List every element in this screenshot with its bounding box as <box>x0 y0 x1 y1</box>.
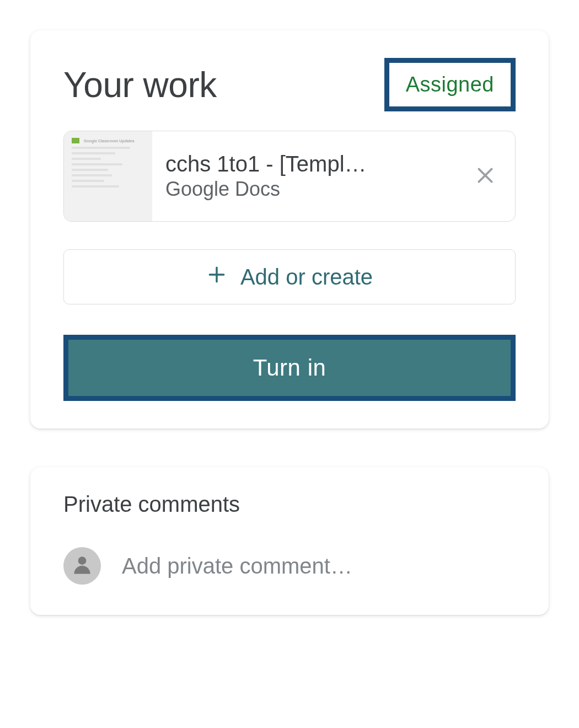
attachment-item[interactable]: Google Classroom Updates cchs 1to1 - [Te… <box>63 131 516 222</box>
attachment-thumbnail: Google Classroom Updates <box>64 131 152 221</box>
person-icon <box>70 553 94 579</box>
your-work-title: Your work <box>63 65 217 105</box>
attachment-body: cchs 1to1 - [Templ… Google Docs <box>152 152 455 201</box>
status-badge: Assigned <box>384 58 516 111</box>
add-or-create-button[interactable]: Add or create <box>63 249 516 304</box>
turn-in-button[interactable]: Turn in <box>63 335 516 401</box>
private-comment-input[interactable] <box>121 553 516 579</box>
your-work-header: Your work Assigned <box>63 58 516 111</box>
svg-point-4 <box>78 556 87 565</box>
attachment-subtitle: Google Docs <box>165 178 442 201</box>
plus-icon <box>206 264 227 290</box>
avatar <box>63 547 101 585</box>
private-comments-card: Private comments <box>30 467 549 615</box>
attachment-title: cchs 1to1 - [Templ… <box>165 152 442 176</box>
remove-attachment-button[interactable] <box>455 164 515 189</box>
close-icon <box>474 164 496 189</box>
doc-thumbnail-title: Google Classroom Updates <box>84 138 135 143</box>
doc-thumbnail-icon <box>72 138 79 143</box>
your-work-card: Your work Assigned Google Classroom Upda… <box>30 30 549 429</box>
add-or-create-label: Add or create <box>240 265 373 290</box>
private-comments-title: Private comments <box>63 492 516 517</box>
turn-in-label: Turn in <box>253 355 326 381</box>
comment-input-row <box>63 547 516 585</box>
